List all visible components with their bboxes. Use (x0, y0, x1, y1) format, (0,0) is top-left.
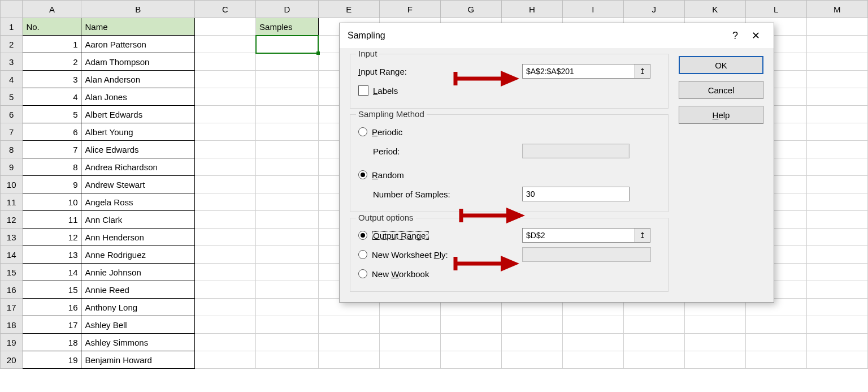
cell[interactable] (194, 246, 255, 264)
cell[interactable] (806, 299, 867, 316)
cell[interactable] (806, 246, 867, 264)
row-header[interactable]: 1 (1, 18, 23, 36)
cell[interactable] (806, 334, 867, 351)
cell[interactable] (745, 351, 806, 369)
cell[interactable] (501, 316, 562, 334)
cell[interactable]: Anthony Long (81, 299, 195, 316)
cell[interactable] (745, 334, 806, 351)
cell[interactable]: Albert Edwards (81, 106, 195, 123)
cell[interactable] (563, 316, 624, 334)
cell[interactable] (623, 334, 684, 351)
cell[interactable]: 2 (23, 53, 81, 71)
cell[interactable]: Albert Young (81, 123, 195, 141)
cell[interactable] (379, 351, 440, 369)
cell[interactable]: Aaron Patterson (81, 36, 195, 53)
cell[interactable] (256, 281, 319, 299)
cell[interactable] (194, 158, 255, 176)
row-header[interactable]: 10 (1, 176, 23, 193)
cell[interactable]: Annie Johnson (81, 264, 195, 281)
periodic-radio[interactable] (358, 127, 367, 136)
output-range-ref-button[interactable]: ↥ (635, 228, 650, 243)
cell[interactable] (256, 71, 319, 88)
row-header[interactable]: 17 (1, 299, 23, 316)
cell[interactable]: No. (23, 18, 81, 36)
cell[interactable]: Ann Henderson (81, 229, 195, 246)
col-header[interactable]: B (81, 1, 195, 18)
row-header[interactable]: 6 (1, 106, 23, 123)
cell[interactable] (318, 351, 379, 369)
cell[interactable] (440, 334, 501, 351)
cell[interactable] (318, 334, 379, 351)
cell[interactable]: Anne Rodriguez (81, 246, 195, 264)
selection-fill-handle[interactable] (316, 51, 320, 55)
col-header[interactable]: E (318, 1, 379, 18)
row-header[interactable]: 16 (1, 281, 23, 299)
row-header[interactable]: 13 (1, 229, 23, 246)
cell[interactable]: Alan Jones (81, 88, 195, 106)
cell[interactable]: Samples (256, 18, 319, 36)
cell[interactable]: 13 (23, 246, 81, 264)
cell[interactable]: 16 (23, 299, 81, 316)
col-header[interactable]: D (256, 1, 319, 18)
cell[interactable] (806, 316, 867, 334)
cell[interactable] (256, 88, 319, 106)
cell[interactable] (194, 351, 255, 369)
row-header[interactable]: 9 (1, 158, 23, 176)
cell[interactable] (194, 229, 255, 246)
cell[interactable] (194, 18, 255, 36)
cell[interactable] (806, 88, 867, 106)
cell[interactable] (194, 316, 255, 334)
cell[interactable] (806, 176, 867, 193)
new-workbook-radio[interactable] (358, 269, 367, 278)
row-header[interactable]: 5 (1, 88, 23, 106)
cell[interactable] (379, 334, 440, 351)
cell[interactable] (623, 351, 684, 369)
cell[interactable]: 6 (23, 123, 81, 141)
row-header[interactable]: 15 (1, 264, 23, 281)
cell[interactable]: Andrea Richardson (81, 158, 195, 176)
help-button[interactable]: Help (679, 106, 763, 124)
row-header[interactable]: 12 (1, 211, 23, 229)
cell[interactable] (806, 351, 867, 369)
cell[interactable]: 12 (23, 229, 81, 246)
cell[interactable] (256, 36, 319, 53)
cell[interactable] (256, 334, 319, 351)
cell[interactable]: 11 (23, 211, 81, 229)
cell[interactable] (806, 123, 867, 141)
cell[interactable]: 15 (23, 281, 81, 299)
cell[interactable] (194, 211, 255, 229)
cell[interactable] (194, 299, 255, 316)
cell[interactable] (806, 193, 867, 211)
row-header[interactable]: 11 (1, 193, 23, 211)
cell[interactable] (806, 211, 867, 229)
cell[interactable]: 17 (23, 316, 81, 334)
new-worksheet-radio[interactable] (358, 250, 367, 259)
cell[interactable] (806, 106, 867, 123)
cell[interactable] (256, 351, 319, 369)
cell[interactable]: Adam Thompson (81, 53, 195, 71)
cell[interactable] (256, 246, 319, 264)
cell[interactable]: Name (81, 18, 195, 36)
cell[interactable] (256, 229, 319, 246)
col-header[interactable]: F (379, 1, 440, 18)
row-header[interactable]: 18 (1, 316, 23, 334)
cell[interactable] (806, 71, 867, 88)
cell[interactable] (440, 351, 501, 369)
cell[interactable] (256, 193, 319, 211)
input-range-field[interactable] (522, 64, 635, 79)
input-range-ref-button[interactable]: ↥ (635, 64, 650, 79)
row-header[interactable]: 2 (1, 36, 23, 53)
random-radio[interactable] (358, 170, 367, 179)
cell[interactable]: 8 (23, 158, 81, 176)
cell[interactable] (256, 176, 319, 193)
cell[interactable]: 1 (23, 36, 81, 53)
cell[interactable] (623, 316, 684, 334)
cell[interactable] (563, 351, 624, 369)
cell[interactable] (501, 334, 562, 351)
row-header[interactable]: 20 (1, 351, 23, 369)
cell[interactable] (440, 316, 501, 334)
cell[interactable] (563, 334, 624, 351)
cell[interactable] (194, 281, 255, 299)
output-range-field[interactable] (522, 228, 635, 243)
cell[interactable]: 18 (23, 334, 81, 351)
